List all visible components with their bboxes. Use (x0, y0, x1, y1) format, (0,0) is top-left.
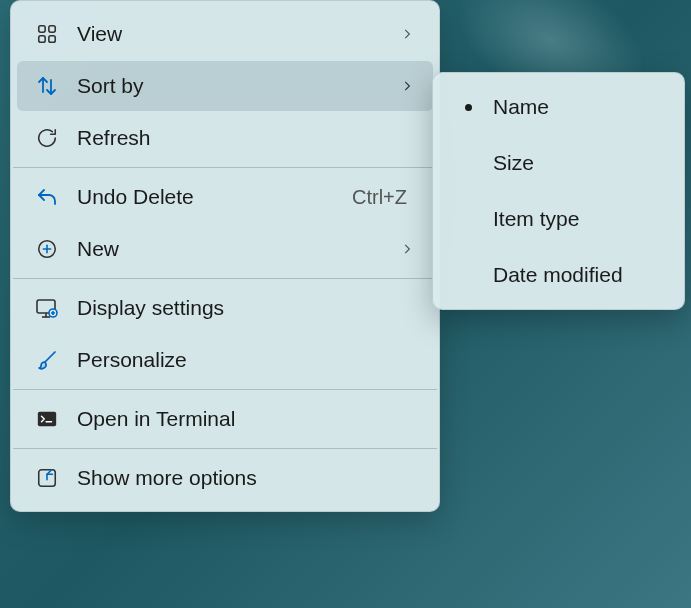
menu-label: New (77, 237, 397, 261)
terminal-icon (33, 405, 61, 433)
svg-rect-0 (39, 26, 45, 32)
menu-label: Open in Terminal (77, 407, 417, 431)
sort-icon (33, 72, 61, 100)
plus-circle-icon (33, 235, 61, 263)
submenu-item-name[interactable]: Name (439, 79, 678, 135)
menu-separator (13, 389, 437, 390)
radio-indicator (457, 104, 479, 111)
submenu-item-date-modified[interactable]: Date modified (439, 247, 678, 303)
submenu-item-item-type[interactable]: Item type (439, 191, 678, 247)
menu-item-new[interactable]: New (17, 224, 433, 274)
submenu-item-size[interactable]: Size (439, 135, 678, 191)
shortcut-text: Ctrl+Z (352, 186, 407, 209)
chevron-right-icon (397, 79, 417, 93)
undo-icon (33, 183, 61, 211)
menu-separator (13, 278, 437, 279)
menu-separator (13, 448, 437, 449)
menu-label: Refresh (77, 126, 417, 150)
svg-rect-2 (39, 36, 45, 42)
svg-rect-3 (49, 36, 55, 42)
refresh-icon (33, 124, 61, 152)
menu-item-sort-by[interactable]: Sort by (17, 61, 433, 111)
menu-item-display-settings[interactable]: Display settings (17, 283, 433, 333)
sort-by-submenu: Name Size Item type Date modified (432, 72, 685, 310)
menu-item-view[interactable]: View (17, 9, 433, 59)
desktop-context-menu: View Sort by Refresh (10, 0, 440, 512)
menu-item-show-more-options[interactable]: Show more options (17, 453, 433, 503)
chevron-right-icon (397, 27, 417, 41)
svg-rect-1 (49, 26, 55, 32)
submenu-label: Item type (493, 207, 579, 231)
menu-separator (13, 167, 437, 168)
menu-item-refresh[interactable]: Refresh (17, 113, 433, 163)
menu-label: Undo Delete (77, 185, 352, 209)
menu-label: Show more options (77, 466, 417, 490)
svg-rect-11 (38, 412, 56, 427)
submenu-label: Name (493, 95, 549, 119)
menu-item-open-in-terminal[interactable]: Open in Terminal (17, 394, 433, 444)
submenu-label: Date modified (493, 263, 623, 287)
menu-label: View (77, 22, 397, 46)
view-grid-icon (33, 20, 61, 48)
menu-label: Sort by (77, 74, 397, 98)
menu-label: Personalize (77, 348, 417, 372)
expand-icon (33, 464, 61, 492)
paintbrush-icon (33, 346, 61, 374)
display-settings-icon (33, 294, 61, 322)
submenu-label: Size (493, 151, 534, 175)
chevron-right-icon (397, 242, 417, 256)
menu-label: Display settings (77, 296, 417, 320)
menu-item-personalize[interactable]: Personalize (17, 335, 433, 385)
menu-item-undo-delete[interactable]: Undo Delete Ctrl+Z (17, 172, 433, 222)
